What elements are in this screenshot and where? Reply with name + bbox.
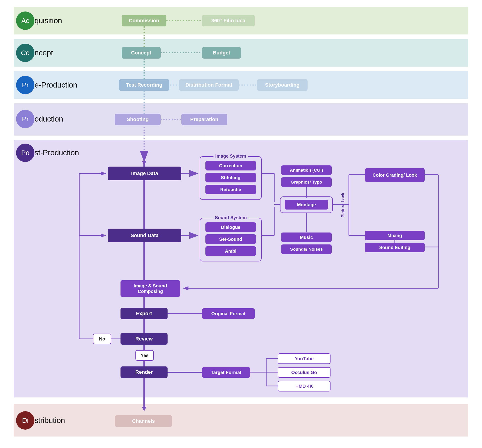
node-occulus: Occulus Go	[278, 367, 331, 378]
node-storyboarding: Storyboarding	[257, 79, 308, 91]
node-export: Export	[121, 308, 168, 319]
phase-title-concept: ncept	[34, 48, 53, 57]
node-sound-data: Sound Data	[108, 229, 181, 242]
node-stitching: Stitching	[205, 173, 256, 182]
band-production	[14, 103, 468, 136]
node-commission: Commission	[122, 15, 166, 26]
band-concept	[14, 39, 468, 67]
node-music: Music	[281, 232, 332, 242]
node-no: No	[93, 334, 111, 344]
node-render: Render	[121, 367, 168, 378]
phase-circle-distribution: Di	[16, 411, 34, 430]
phase-circle-preproduction: Pr	[16, 76, 34, 94]
node-set-sound: Set-Sound	[205, 234, 256, 244]
label-sound-system: Sound System	[213, 215, 249, 220]
node-image-data: Image Data	[108, 167, 181, 180]
node-film-idea: 360°-Film Idea	[202, 15, 255, 26]
phase-title-postproduction: st-Production	[34, 148, 79, 157]
phase-abbrev: Co	[21, 49, 29, 57]
node-sound-editing: Sound Editing	[365, 243, 425, 252]
node-budget: Budget	[202, 47, 241, 59]
node-graphics-typo: Graphics/ Typo	[281, 177, 332, 187]
node-preparation: Preparation	[181, 114, 227, 125]
band-preproduction	[14, 71, 468, 99]
node-color-grading: Color Grading/ Look	[365, 168, 425, 182]
node-youtube: YouTube	[278, 353, 331, 364]
node-retouche: Retouche	[205, 185, 256, 194]
node-composing: Image & Sound Composing	[121, 280, 180, 297]
phase-abbrev: Di	[22, 416, 28, 424]
phase-abbrev: Po	[21, 149, 29, 157]
phase-title-acquisition: quisition	[34, 16, 62, 25]
phase-abbrev: Ac	[21, 17, 29, 24]
node-sounds-noises: Sounds/ Noises	[281, 244, 332, 254]
label-picture-lock: Picture Lock	[341, 192, 345, 217]
node-dialogue: Dialogue	[205, 222, 256, 232]
node-shooting: Shooting	[115, 114, 161, 125]
node-mixing: Mixing	[365, 231, 425, 240]
phase-title-production: oduction	[34, 114, 63, 123]
node-montage: Montage	[285, 200, 328, 209]
node-target-format: Target Format	[202, 367, 250, 378]
phase-abbrev: Pr	[22, 115, 29, 123]
phase-abbrev: Pr	[22, 81, 29, 89]
label-image-system: Image System	[213, 153, 248, 159]
node-channels: Channels	[115, 415, 172, 427]
band-distribution	[14, 404, 468, 437]
node-review: Review	[121, 333, 168, 345]
node-concept: Concept	[122, 47, 161, 59]
node-dist-format: Distribution Format	[179, 79, 239, 91]
node-animation: Animation (CGI)	[281, 165, 332, 175]
phase-circle-postproduction: Po	[16, 144, 34, 162]
node-ambi: Ambi	[205, 246, 256, 256]
node-hmd4k: HMD 4K	[278, 381, 331, 392]
node-yes: Yes	[135, 350, 154, 361]
node-original-format: Original Format	[202, 308, 255, 319]
node-test-recording: Test Recording	[119, 79, 169, 91]
phase-title-preproduction: e-Production	[34, 80, 77, 89]
node-correction: Correction	[205, 161, 256, 170]
phase-title-distribution: stribution	[34, 416, 65, 425]
phase-circle-concept: Co	[16, 44, 34, 62]
phase-circle-acquisition: Ac	[16, 11, 34, 30]
phase-circle-production: Pr	[16, 110, 34, 128]
